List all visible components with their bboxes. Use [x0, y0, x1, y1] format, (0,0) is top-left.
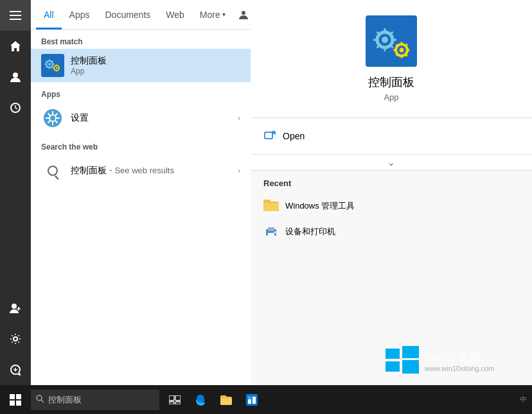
search-web-header: Search the web — [31, 135, 251, 154]
best-match-item[interactable]: 控制面板 App — [31, 49, 251, 82]
svg-point-5 — [12, 304, 17, 309]
svg-rect-39 — [169, 395, 174, 401]
tab-documents[interactable]: Documents — [97, 0, 158, 30]
svg-point-27 — [274, 232, 276, 234]
taskbar-search-icon — [36, 395, 44, 405]
detail-app-section: 控制面板 App — [251, 0, 532, 118]
detail-app-icon — [366, 15, 417, 67]
tab-apps[interactable]: Apps — [62, 0, 98, 30]
svg-rect-26 — [268, 233, 274, 237]
svg-point-15 — [56, 67, 58, 69]
recent-item-0-label: Windows 管理工具 — [285, 200, 355, 212]
start-button[interactable] — [0, 385, 31, 414]
svg-rect-42 — [175, 402, 181, 404]
detail-app-name: 控制面板 — [368, 74, 414, 90]
web-search-icon — [41, 159, 64, 182]
chevron-down-icon: ▾ — [222, 11, 226, 18]
open-icon — [263, 130, 276, 142]
svg-rect-2 — [10, 19, 21, 20]
svg-rect-33 — [10, 394, 15, 399]
svg-rect-35 — [10, 401, 15, 406]
svg-rect-25 — [268, 227, 274, 231]
svg-rect-31 — [386, 361, 400, 372]
svg-rect-41 — [169, 402, 174, 404]
svg-rect-29 — [386, 349, 400, 359]
taskbar-search-box[interactable]: 控制面板 — [31, 390, 159, 410]
settings-text: 设置 — [71, 112, 238, 124]
recent-item-0[interactable]: Windows 管理工具 — [263, 193, 519, 219]
svg-rect-0 — [10, 11, 21, 12]
chevron-down-icon: ⌄ — [387, 157, 395, 168]
taskbar: 控制面板 中 — [0, 385, 532, 414]
svg-point-20 — [382, 37, 388, 43]
watermark: Win10 之家 www.win10xitong.com — [384, 337, 532, 385]
svg-point-3 — [13, 73, 18, 78]
store-button[interactable] — [239, 385, 265, 414]
taskview-button[interactable] — [162, 385, 188, 414]
tab-web[interactable]: Web — [158, 0, 192, 30]
web-search-item[interactable]: 控制面板 - See web results › — [31, 154, 251, 187]
apps-header: Apps — [31, 82, 251, 101]
language-indicator[interactable]: 中 — [520, 395, 527, 404]
svg-rect-43 — [246, 394, 258, 406]
svg-point-13 — [48, 63, 51, 65]
taskbar-search-text: 控制面板 — [48, 394, 82, 406]
svg-rect-23 — [265, 132, 272, 139]
feedback-button[interactable] — [0, 354, 31, 385]
recent-button[interactable] — [0, 92, 31, 123]
open-label: Open — [283, 131, 305, 141]
recent-item-1[interactable]: 设备和打印机 — [263, 219, 519, 245]
settings-app-icon — [41, 107, 64, 130]
explorer-button[interactable] — [213, 385, 239, 414]
best-match-header: Best match — [31, 30, 251, 49]
svg-rect-1 — [10, 15, 21, 16]
detail-panel: 控制面板 App Open ⌄ Recent — [251, 0, 532, 385]
detail-open-section: Open — [251, 118, 532, 155]
svg-rect-40 — [175, 395, 181, 401]
recent-header: Recent — [263, 178, 519, 188]
watermark-url: www.win10xitong.com — [425, 365, 494, 372]
svg-rect-34 — [16, 394, 21, 399]
search-panel: All Apps Documents Web More ▾ Best match — [31, 0, 251, 385]
svg-rect-30 — [402, 346, 419, 358]
svg-point-6 — [13, 337, 17, 341]
account-button[interactable] — [0, 62, 31, 92]
recent-item-1-label: 设备和打印机 — [285, 226, 335, 237]
sidebar — [0, 0, 31, 385]
best-match-text: 控制面板 App — [71, 55, 240, 76]
win10-logo — [384, 342, 420, 380]
system-tray: 中 — [520, 395, 532, 404]
search-tabs: All Apps Documents Web More ▾ — [31, 0, 251, 30]
settings-arrow: › — [238, 114, 240, 123]
svg-rect-36 — [16, 401, 21, 406]
tab-all[interactable]: All — [36, 0, 62, 30]
web-search-text: 控制面板 - See web results — [71, 165, 238, 177]
detail-app-type: App — [384, 92, 398, 102]
settings-app-item[interactable]: 设置 › — [31, 101, 251, 135]
printer-icon — [263, 224, 279, 239]
folder-icon — [263, 198, 279, 214]
svg-line-38 — [41, 400, 44, 402]
svg-point-37 — [37, 395, 42, 401]
tab-more[interactable]: More ▾ — [192, 0, 233, 30]
search-results: Best match 控制面板 App — [31, 30, 251, 385]
control-panel-icon — [41, 54, 64, 77]
add-user-button[interactable] — [0, 293, 31, 323]
open-button[interactable]: Open — [263, 125, 519, 148]
edge-button[interactable] — [188, 385, 213, 414]
svg-point-22 — [400, 48, 404, 53]
settings-button[interactable] — [0, 323, 31, 354]
svg-rect-32 — [402, 360, 419, 374]
hamburger-button[interactable] — [0, 0, 31, 31]
svg-point-7 — [242, 11, 245, 15]
watermark-title: Win10 之家 — [425, 350, 494, 365]
web-search-arrow: › — [238, 166, 240, 175]
home-button[interactable] — [0, 31, 31, 62]
collapse-button[interactable]: ⌄ — [251, 155, 532, 171]
